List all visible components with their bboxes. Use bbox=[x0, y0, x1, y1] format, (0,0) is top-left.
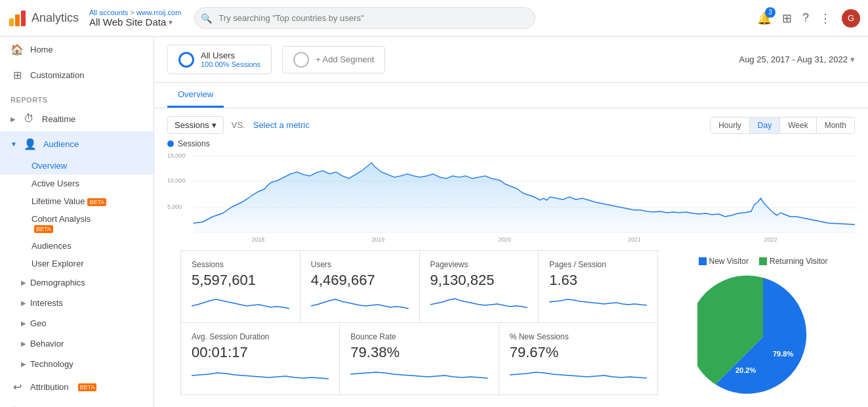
breadcrumb-link[interactable]: All accounts bbox=[89, 9, 128, 16]
time-btn-month[interactable]: Month bbox=[817, 118, 854, 133]
svg-text:10,000: 10,000 bbox=[167, 177, 185, 184]
time-btn-hourly[interactable]: Hourly bbox=[711, 118, 750, 133]
stat-ns-value: 79.67% bbox=[510, 344, 647, 361]
sidebar-sub-geo[interactable]: ▶ Geo bbox=[0, 313, 154, 333]
sidebar-item-home[interactable]: 🏠 Home bbox=[0, 37, 154, 62]
sidebar-sub-technology[interactable]: ▶ Technology bbox=[0, 354, 154, 374]
svg-text:2020: 2020 bbox=[498, 236, 511, 243]
sidebar-item-realtime[interactable]: ▶ ⏱ Realtime bbox=[0, 106, 154, 131]
lifetime-beta-badge: BETA bbox=[87, 198, 106, 206]
select-metric[interactable]: Select a metric bbox=[253, 120, 310, 130]
sidebar-sub-active-users[interactable]: Active Users bbox=[0, 175, 154, 192]
chart-wrap: 15,000 10,000 5,000 2018 2019 2020 2021 … bbox=[154, 151, 868, 250]
sidebar-item-customization[interactable]: ⊞ Customization bbox=[0, 62, 154, 88]
stat-avg-session: Avg. Session Duration 00:01:17 bbox=[181, 323, 340, 395]
svg-text:2021: 2021 bbox=[628, 236, 641, 243]
geo-chevron: ▶ bbox=[21, 320, 26, 327]
stats-row-2: Avg. Session Duration 00:01:17 Bounce Ra… bbox=[180, 323, 658, 395]
stat-new-sessions: % New Sessions 79.67% bbox=[499, 323, 658, 395]
stats-row-1: Sessions 5,597,601 Users 4,469,667 bbox=[180, 250, 658, 323]
add-segment-label: + Add Segment bbox=[316, 54, 374, 64]
stat-users-label: Users bbox=[311, 260, 409, 269]
tab-overview[interactable]: Overview bbox=[167, 83, 224, 108]
sidebar-sub-lifetime-value[interactable]: Lifetime ValueBETA bbox=[0, 192, 154, 210]
realtime-icon: ⏱ bbox=[22, 113, 35, 125]
chart-svg: 15,000 10,000 5,000 2018 2019 2020 2021 … bbox=[167, 151, 855, 243]
account-name[interactable]: All Web Site Data ▾ bbox=[89, 16, 181, 28]
date-range[interactable]: Aug 25, 2017 - Aug 31, 2022 ▾ bbox=[739, 54, 855, 64]
home-icon: 🏠 bbox=[10, 43, 24, 56]
vs-label: VS. bbox=[232, 120, 245, 130]
svg-text:5,000: 5,000 bbox=[167, 204, 182, 210]
metric-dropdown[interactable]: Sessions ▾ bbox=[167, 116, 224, 134]
customization-icon: ⊞ bbox=[10, 69, 24, 81]
help-icon[interactable]: ? bbox=[802, 11, 809, 25]
sparkline-ns bbox=[510, 365, 647, 383]
notification-badge: 3 bbox=[765, 7, 775, 18]
stat-bounce-rate: Bounce Rate 79.38% bbox=[340, 323, 499, 395]
attribution-beta-badge: BETA bbox=[78, 383, 97, 391]
sidebar-sub-demographics[interactable]: ▶ Demographics bbox=[0, 272, 154, 293]
more-options-icon[interactable]: ⋮ bbox=[819, 11, 831, 26]
legend-label: Sessions bbox=[178, 139, 210, 148]
legend-dot bbox=[167, 140, 174, 147]
stat-pageviews-label: Pageviews bbox=[430, 260, 528, 269]
all-users-segment[interactable]: All Users 100.00% Sessions bbox=[167, 45, 272, 74]
sidebar-sub-cohort-analysis[interactable]: Cohort AnalysisBETA bbox=[0, 210, 154, 237]
logo: Analytics bbox=[8, 9, 79, 28]
returning-visitor-label: Returning Visitor bbox=[770, 257, 828, 266]
apps-icon[interactable]: ⊞ bbox=[782, 11, 792, 26]
main-content: All Users 100.00% Sessions + Add Segment… bbox=[154, 37, 868, 407]
sidebar-sub-behavior[interactable]: ▶ Behavior bbox=[0, 333, 154, 354]
pie-new-visitor-legend: New Visitor bbox=[699, 257, 749, 266]
pie-chart: 79.8% 20.2% bbox=[697, 271, 829, 402]
bottom-section: Sessions 5,597,601 Users 4,469,667 bbox=[154, 250, 868, 402]
stat-sessions: Sessions 5,597,601 bbox=[181, 251, 300, 323]
time-btn-week[interactable]: Week bbox=[780, 118, 816, 133]
cohort-beta-badge: BETA bbox=[34, 225, 53, 233]
breadcrumb: All accounts > www.rroij.com bbox=[89, 9, 181, 16]
segment-label: All Users bbox=[201, 51, 260, 60]
metric-dropdown-icon: ▾ bbox=[212, 120, 217, 130]
stat-ns-label: % New Sessions bbox=[510, 332, 647, 341]
new-visitor-label: New Visitor bbox=[709, 257, 749, 266]
avatar[interactable]: G bbox=[842, 9, 860, 28]
sparkline-users bbox=[311, 293, 409, 311]
sidebar-item-attribution[interactable]: ↩ Attribution BETA bbox=[0, 374, 154, 400]
sparkline-sessions bbox=[192, 293, 289, 311]
svg-text:20.2%: 20.2% bbox=[735, 366, 756, 374]
time-btn-day[interactable]: Day bbox=[750, 118, 780, 133]
main-layout: 🏠 Home ⊞ Customization REPORTS ▶ ⏱ Realt… bbox=[0, 37, 868, 407]
sidebar-item-audience[interactable]: ▼ 👤 Audience bbox=[0, 131, 154, 157]
sidebar: 🏠 Home ⊞ Customization REPORTS ▶ ⏱ Realt… bbox=[0, 37, 154, 407]
sidebar-sub-audiences[interactable]: Audiences bbox=[0, 237, 154, 255]
sidebar-sub-interests[interactable]: ▶ Interests bbox=[0, 293, 154, 313]
search-input[interactable] bbox=[194, 7, 535, 29]
svg-rect-0 bbox=[9, 18, 14, 26]
logo-label: Analytics bbox=[31, 11, 79, 25]
add-segment-circle bbox=[293, 52, 309, 68]
sidebar-settings[interactable]: ⚙ ‹ bbox=[0, 400, 154, 407]
svg-text:2022: 2022 bbox=[764, 236, 777, 243]
time-range-buttons: Hourly Day Week Month bbox=[710, 117, 855, 134]
stat-sessions-value: 5,597,601 bbox=[192, 272, 289, 289]
date-range-caret: ▾ bbox=[850, 54, 855, 64]
reports-label: REPORTS bbox=[0, 88, 154, 106]
notifications-icon[interactable]: 🔔 3 bbox=[757, 11, 772, 26]
metric-label: Sessions bbox=[175, 120, 209, 130]
logo-icon bbox=[8, 9, 26, 28]
metrics-section: Sessions 5,597,601 Users 4,469,667 bbox=[167, 250, 671, 402]
breadcrumb-site[interactable]: www.rroij.com bbox=[136, 9, 181, 16]
sparkline-pageviews bbox=[430, 293, 528, 311]
add-segment-button[interactable]: + Add Segment bbox=[282, 46, 385, 74]
svg-rect-1 bbox=[15, 14, 20, 26]
search-bar[interactable]: 🔍 bbox=[194, 7, 535, 29]
search-icon: 🔍 bbox=[201, 13, 212, 24]
sparkline-br bbox=[350, 365, 487, 383]
stat-users: Users 4,469,667 bbox=[300, 251, 420, 323]
stat-br-label: Bounce Rate bbox=[350, 332, 487, 341]
sidebar-sub-overview[interactable]: Overview bbox=[0, 157, 154, 175]
sidebar-sub-user-explorer[interactable]: User Explorer bbox=[0, 255, 154, 272]
svg-text:79.8%: 79.8% bbox=[773, 350, 793, 358]
topbar-actions: 🔔 3 ⊞ ? ⋮ G bbox=[757, 9, 860, 28]
